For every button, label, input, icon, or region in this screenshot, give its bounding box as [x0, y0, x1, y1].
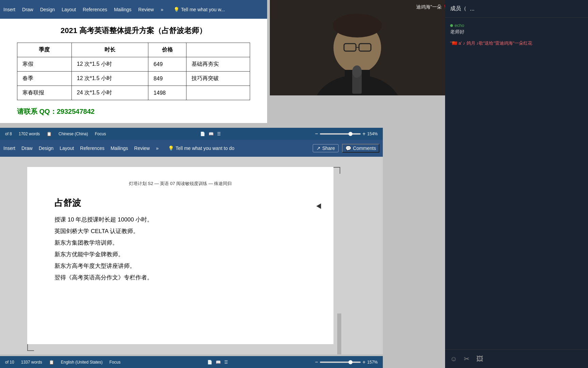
top-doc-title: 2021 高考英语整体提升方案（占舒波老师） — [17, 26, 250, 36]
page-header: 灯塔计划 S2 — 英语 07 阅读敏锐度训练 — 殊途同归 — [54, 181, 306, 187]
image-icon[interactable]: 🖼 — [476, 355, 483, 363]
top-menu-draw[interactable]: Draw — [22, 7, 33, 12]
top-page-count: of 8 — [5, 132, 12, 136]
pricing-table: 季度 时长 价格 寒假 12 次*1.5 小时 649 基础再夯实 春季 12 … — [17, 43, 250, 100]
table-cell: 技巧再突破 — [186, 72, 250, 86]
top-menu-mailings[interactable]: Mailings — [114, 7, 131, 12]
zoom-minus-icon[interactable]: − — [315, 131, 318, 137]
bottom-zoom-plus-icon[interactable]: + — [362, 359, 365, 365]
top-zoom-area: − + 154% — [315, 131, 378, 137]
contact-info: 请联系 QQ：2932547842 — [17, 107, 250, 116]
bottom-zoom-thumb — [348, 360, 353, 364]
page-corner-tr — [333, 167, 340, 174]
bottom-zoom-area: − + 157% — [315, 359, 378, 365]
table-cell: 寒春联报 — [17, 86, 72, 100]
bottom-menu-layout[interactable]: Layout — [60, 145, 74, 151]
bottom-menu-review[interactable]: Review — [134, 145, 150, 151]
table-header-2: 价格 — [148, 43, 186, 57]
table-row: 春季 12 次*1.5 小时 849 技巧再突破 — [17, 72, 250, 86]
emoji-icon[interactable]: ☺ — [450, 355, 457, 363]
teacher-line-3: 新东方优能中学金牌教师。 — [54, 249, 306, 260]
comments-button[interactable]: 💬 Comments — [342, 144, 379, 153]
online-status-dot — [450, 24, 453, 27]
bottom-page-count: of 10 — [5, 360, 14, 365]
bottom-menu-bar: Insert Draw Design Layout References Mai… — [0, 140, 383, 157]
comment-icon: 💬 — [345, 145, 351, 151]
zoom-plus-icon[interactable]: + — [362, 131, 365, 137]
bottom-focus-btn[interactable]: Focus — [109, 360, 120, 365]
table-cell: 649 — [148, 57, 186, 72]
chat-username: echo — [450, 23, 583, 28]
top-zoom-percent: 154% — [367, 132, 378, 136]
bottom-tell-me-area: 💡 Tell me what you want to do — [168, 145, 234, 151]
table-header-3 — [186, 43, 250, 57]
bottom-read-icon[interactable]: 📖 — [216, 360, 221, 365]
comments-label: Comments — [353, 145, 376, 151]
bottom-menu-references[interactable]: References — [80, 145, 104, 151]
top-menu-more[interactable]: » — [161, 7, 163, 12]
table-cell: 春季 — [17, 72, 72, 86]
top-menu-review[interactable]: Review — [138, 7, 154, 12]
top-menu-references[interactable]: References — [83, 7, 107, 12]
doc-page: 灯塔计划 S2 — 英语 07 阅读敏锐度训练 — 殊途同归 占舒波 授课 10… — [27, 167, 333, 344]
share-label: Share — [322, 145, 335, 151]
svg-point-3 — [333, 14, 382, 37]
table-cell: 12 次*1.5 小时 — [71, 57, 148, 72]
chat-message: "🇨🇳 a' ♪ 鸽月 ♪歌"送给"雷迪鸡海"一朵红花 — [450, 40, 583, 46]
svg-point-9 — [352, 65, 362, 78]
presenter-video: 迪鸡海"一朵 🌹 — [270, 0, 445, 95]
bottom-language[interactable]: English (United States) — [61, 360, 103, 365]
table-cell: 12 次*1.5 小时 — [71, 72, 148, 86]
members-count-value: ... — [470, 6, 474, 12]
bottom-zoom-slider[interactable] — [320, 362, 361, 363]
bottom-menu-draw[interactable]: Draw — [21, 145, 33, 151]
svg-text:迪鸡海"一朵 🌹: 迪鸡海"一朵 🌹 — [416, 4, 445, 10]
bottom-list-icon[interactable]: ☰ — [224, 360, 228, 365]
table-cell: 24 次*1.5 小时 — [71, 86, 148, 100]
bottom-menu-more[interactable]: » — [156, 145, 159, 151]
teacher-description: 授课 10 年总授课时长超 10000 小时。 英国剑桥大学 CELTA 认证教… — [54, 214, 306, 283]
top-zoom-slider[interactable] — [320, 133, 361, 135]
top-page-view-icon[interactable]: 📄 — [200, 132, 205, 136]
teacher-line-4: 新东方高考年度大型讲座讲师。 — [54, 260, 306, 272]
table-cell — [186, 86, 250, 100]
teacher-line-5: 翌得《高考英语高分作文》专栏作者。 — [54, 272, 306, 283]
bottom-menu-mailings[interactable]: Mailings — [111, 145, 128, 151]
top-word-count: 1702 words — [19, 132, 40, 136]
bottom-doc-content: 灯塔计划 S2 — 英语 07 阅读敏锐度训练 — 殊途同归 占舒波 授课 10… — [0, 157, 383, 354]
top-menu-design[interactable]: Design — [40, 7, 55, 12]
video-panel: 迪鸡海"一朵 🌹 — [270, 0, 445, 95]
scissors-icon[interactable]: ✂ — [464, 355, 470, 363]
bottom-menu-insert[interactable]: Insert — [3, 145, 15, 151]
bottom-tell-me-text[interactable]: Tell me what you want to do — [176, 145, 234, 151]
top-tell-me-text[interactable]: Tell me what you w... — [181, 7, 225, 12]
chat-header: 成员（ ... — [445, 0, 588, 18]
table-cell: 1498 — [148, 86, 186, 100]
doc-scrollbar[interactable] — [337, 313, 341, 354]
bottom-status-bar: of 10 1337 words 📋 English (United State… — [0, 356, 383, 368]
top-read-icon[interactable]: 📖 — [209, 132, 214, 136]
members-label: 成员（ — [450, 5, 467, 12]
top-language[interactable]: Chinese (China) — [59, 132, 88, 136]
bottom-menu-design[interactable]: Design — [39, 145, 54, 151]
bottom-zoom-percent: 157% — [367, 360, 378, 365]
top-list-icon[interactable]: ☰ — [217, 132, 221, 136]
top-menu-layout[interactable]: Layout — [62, 7, 76, 12]
bottom-page-view-icon[interactable]: 📄 — [207, 360, 212, 365]
bottom-view-icons: 📄 📖 ☰ — [207, 360, 228, 365]
table-header-1: 时长 — [71, 43, 148, 57]
chat-message: echo 老师好 — [450, 23, 583, 35]
share-icon: ↗ — [316, 145, 321, 151]
bottom-word-count: 1337 words — [21, 360, 42, 365]
top-menu-insert[interactable]: Insert — [3, 7, 15, 12]
table-row: 寒假 12 次*1.5 小时 649 基础再夯实 — [17, 57, 250, 72]
share-button[interactable]: ↗ Share — [313, 144, 339, 152]
bottom-zoom-minus-icon[interactable]: − — [315, 359, 318, 365]
top-focus-btn[interactable]: Focus — [95, 132, 106, 136]
bottom-track-icon: 📋 — [49, 360, 54, 365]
table-cell: 849 — [148, 72, 186, 86]
chat-messages-area: echo 老师好 "🇨🇳 a' ♪ 鸽月 ♪歌"送给"雷迪鸡海"一朵红花 — [445, 18, 588, 349]
teacher-line-0: 授课 10 年总授课时长超 10000 小时。 — [54, 214, 306, 226]
top-track-icon: 📋 — [47, 132, 52, 136]
table-row: 寒春联报 24 次*1.5 小时 1498 — [17, 86, 250, 100]
